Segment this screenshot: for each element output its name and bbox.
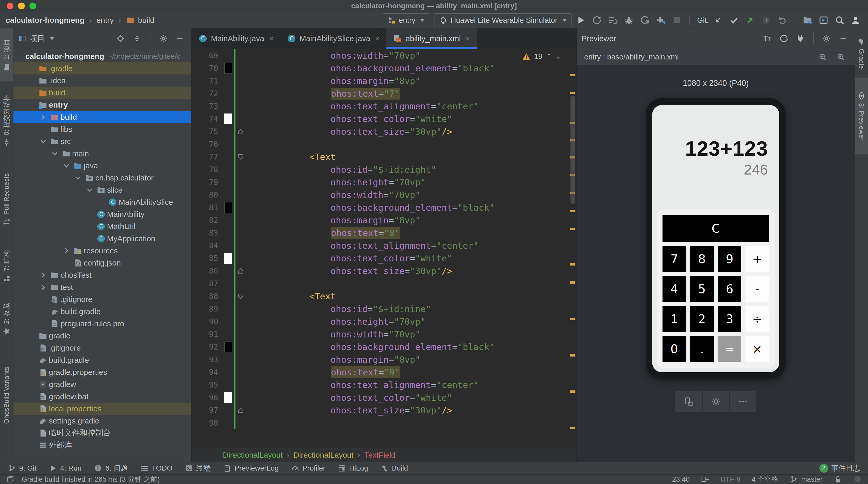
- warning-stripe-mark[interactable]: [570, 74, 576, 76]
- calc-key-1[interactable]: 1: [662, 306, 686, 332]
- zoom-in-button[interactable]: [834, 50, 847, 64]
- code-line-82[interactable]: 82 ohos:margin="8vp": [192, 214, 569, 226]
- code-line-97[interactable]: 97 ohos:text_size="30vp"/>: [192, 404, 569, 417]
- xml-breadcrumb-textfield[interactable]: TextField: [365, 451, 396, 459]
- run-button[interactable]: [574, 13, 588, 27]
- project-view-title[interactable]: 项目: [29, 33, 45, 44]
- tree-item-build[interactable]: build: [13, 87, 191, 99]
- calc-key-8[interactable]: 8: [690, 246, 714, 272]
- tool-strip-item-3-previewer[interactable]: 3: Previewer: [855, 78, 868, 154]
- tree-item-proguard-rules.pro[interactable]: proguard-rules.pro: [13, 317, 191, 330]
- tree-item-main[interactable]: main: [13, 147, 191, 159]
- locate-file-button[interactable]: [114, 32, 127, 45]
- tree-item-settings.gradle[interactable]: settings.gradle: [13, 415, 191, 427]
- lock-icon[interactable]: [834, 475, 842, 483]
- color-preview-white-icon[interactable]: [224, 253, 232, 264]
- breadcrumb-project[interactable]: calculator-hongmeng: [6, 16, 85, 25]
- calc-key-2[interactable]: 2: [690, 306, 714, 332]
- tree-item-.gradle[interactable]: .gradle: [13, 62, 191, 74]
- code-line-96[interactable]: 96 ohos:text_color="white": [192, 391, 569, 404]
- calc-key-+[interactable]: +: [745, 246, 769, 272]
- font-size-button[interactable]: TT: [761, 32, 774, 45]
- tree-item-ohostest[interactable]: ohosTest: [13, 269, 191, 281]
- git-update-button[interactable]: [711, 13, 725, 27]
- status-caret-position[interactable]: 23:40: [672, 476, 690, 483]
- xml-breadcrumb-directionallayout[interactable]: DirectionalLayout: [293, 451, 353, 459]
- status-line-separator[interactable]: LF: [701, 476, 709, 483]
- close-tab-icon[interactable]: ×: [269, 34, 274, 43]
- tree-item--[interactable]: 临时文件和控制台: [13, 427, 191, 439]
- tree-item-entry[interactable]: entry: [13, 99, 191, 111]
- attach-debugger-button[interactable]: [654, 13, 668, 27]
- code-line-81[interactable]: 81 ohos:background_element="black": [192, 201, 569, 214]
- code-line-89[interactable]: 89 ohos:id="$+id:nine": [192, 303, 569, 315]
- calc-key-÷[interactable]: ÷: [745, 306, 769, 332]
- status-git-branch[interactable]: master: [790, 475, 823, 483]
- calc-key-7[interactable]: 7: [662, 246, 686, 272]
- tool-strip-item-7-[interactable]: 7: 结构: [0, 240, 13, 293]
- tool-strip-item-pull-requests[interactable]: Pull Requests: [0, 159, 13, 240]
- toolwindow-button-4-run[interactable]: 4: Run: [49, 464, 82, 472]
- tree-item-gradlew[interactable]: gradlew: [13, 378, 191, 390]
- tree-item-gradle.properties[interactable]: gradle.properties: [13, 366, 191, 378]
- git-commit-button[interactable]: [727, 13, 741, 27]
- code-line-83[interactable]: 83 ohos:text="8": [192, 226, 569, 239]
- breadcrumb-build[interactable]: build: [138, 16, 154, 25]
- code-area[interactable]: 69 ohos:width="70vp"70 ohos:background_e…: [192, 49, 577, 448]
- code-line-88[interactable]: 88 <Text: [192, 290, 569, 303]
- calc-key-×[interactable]: ×: [745, 336, 769, 362]
- close-tab-icon[interactable]: ×: [465, 34, 470, 43]
- tree-item-calculator-hongmeng[interactable]: calculator-hongmeng~/projects/mine/gitee…: [13, 50, 191, 62]
- calc-key-6[interactable]: 6: [718, 276, 741, 302]
- code-line-72[interactable]: 72 ohos:text="7": [192, 87, 569, 100]
- run-configuration-select[interactable]: entry: [383, 13, 429, 27]
- tree-item-slice[interactable]: slice: [13, 184, 191, 196]
- event-log-button[interactable]: 2 事件日志: [819, 463, 860, 473]
- previewer-settings-button[interactable]: [820, 32, 833, 45]
- profile-avatar-button[interactable]: [849, 13, 862, 27]
- restart-button[interactable]: [590, 13, 603, 27]
- warning-stripe-mark[interactable]: [570, 318, 576, 320]
- close-window-button[interactable]: [7, 3, 13, 9]
- code-line-93[interactable]: 93 ohos:margin="8vp": [192, 353, 569, 366]
- profile-button[interactable]: [638, 13, 652, 27]
- tree-item-cn.hsp.calculator[interactable]: cn.hsp.calculator: [13, 172, 191, 184]
- toolwindow-button-6-[interactable]: 6: 问题: [94, 463, 128, 473]
- tree-item-mainability[interactable]: CMainAbility: [13, 208, 191, 220]
- warning-stripe-mark[interactable]: [570, 354, 576, 357]
- calc-key-9[interactable]: 9: [718, 246, 741, 272]
- run-tasks-icon[interactable]: [606, 13, 620, 27]
- prev-warning-button[interactable]: ⌃: [546, 53, 552, 61]
- tab-mainability.java[interactable]: CMainAbility.java×: [192, 28, 280, 49]
- toolwindow-button-build[interactable]: Build: [380, 464, 408, 472]
- more-options-button[interactable]: [729, 391, 756, 412]
- heap-indicator-icon[interactable]: [854, 475, 862, 483]
- project-structure-button[interactable]: [801, 13, 814, 27]
- calc-key-3[interactable]: 3: [718, 306, 741, 332]
- warning-stripe-mark[interactable]: [570, 92, 576, 94]
- tree-item-test[interactable]: test: [13, 281, 191, 293]
- code-line-76[interactable]: 76: [192, 138, 569, 150]
- tree-item-config.json[interactable]: {}config.json: [13, 257, 191, 269]
- tool-strip-item-1-[interactable]: 1: 项目: [0, 28, 13, 82]
- breadcrumb-entry[interactable]: entry: [96, 16, 114, 25]
- tree-item-src[interactable]: src: [13, 135, 191, 147]
- tree-item-resources[interactable]: resources: [13, 245, 191, 257]
- editor-scrollbar[interactable]: [570, 96, 575, 204]
- next-warning-button[interactable]: ⌄: [555, 53, 561, 61]
- tool-strip-item-0-[interactable]: 0: 提交对话框: [0, 82, 13, 159]
- color-preview-white-icon[interactable]: [224, 114, 232, 124]
- color-preview-black-icon[interactable]: [224, 341, 232, 353]
- toolwindow-button-profiler[interactable]: Profiler: [291, 464, 326, 472]
- color-preview-white-icon[interactable]: [224, 392, 232, 403]
- color-preview-black-icon[interactable]: [224, 63, 232, 74]
- tree-item-local.properties[interactable]: local.properties: [13, 402, 191, 415]
- device-manager-button[interactable]: [817, 13, 830, 27]
- tool-strip-item-ohosbuild-variants[interactable]: OhosBuild Variants: [0, 346, 13, 448]
- close-tab-icon[interactable]: ×: [375, 34, 380, 43]
- tool-strip-item-gradle[interactable]: Gradle: [855, 28, 868, 78]
- status-file-encoding[interactable]: UTF-8: [720, 476, 740, 483]
- git-rollback-button[interactable]: [775, 13, 789, 27]
- stop-button[interactable]: [670, 13, 684, 27]
- code-line-90[interactable]: 90 ohos:height="70vp": [192, 315, 569, 328]
